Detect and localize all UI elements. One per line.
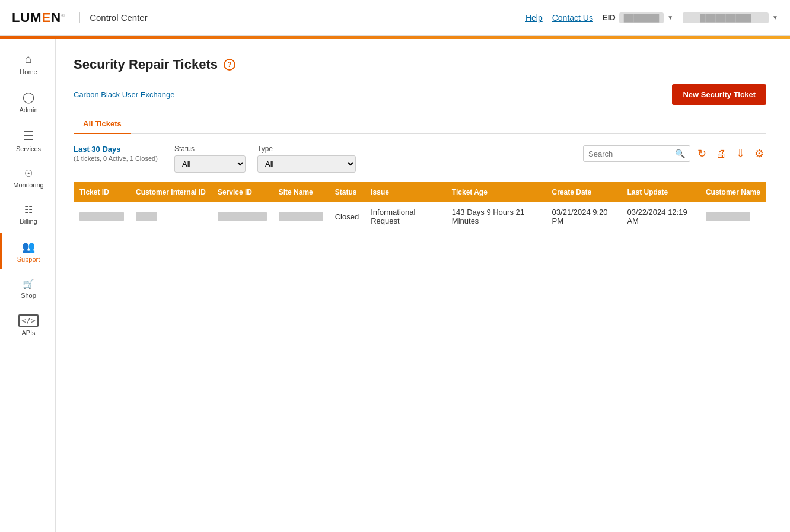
monitoring-icon: ☉ xyxy=(24,168,33,179)
col-service-id: Service ID xyxy=(212,182,273,202)
cell-last-update: 03/22/2024 12:19 AM xyxy=(621,202,699,231)
table-header: Ticket ID Customer Internal ID Service I… xyxy=(74,182,766,202)
table-body: █████ ██ ██████ █████ Closed Information… xyxy=(74,202,766,231)
top-nav-right: Help Contact Us EID ███████ ▼ ██████████… xyxy=(525,12,778,23)
cell-ticket-id: █████ xyxy=(74,202,130,231)
sidebar-item-support[interactable]: 👥 Support xyxy=(0,233,55,269)
account-value: ██████████ xyxy=(683,12,769,23)
logo-area: LUMEN​® Control Center xyxy=(12,10,148,26)
new-security-ticket-button[interactable]: New Security Ticket xyxy=(672,84,766,105)
filter-period-label[interactable]: Last 30 Days xyxy=(74,145,163,154)
sidebar-item-admin[interactable]: ◯ Admin xyxy=(0,84,55,119)
filter-type-group: Type All Informational Request Incident xyxy=(257,145,356,173)
table-row[interactable]: █████ ██ ██████ █████ Closed Information… xyxy=(74,202,766,231)
col-site-name: Site Name xyxy=(273,182,329,202)
col-last-update: Last Update xyxy=(621,182,699,202)
tab-all-tickets[interactable]: All Tickets xyxy=(74,114,131,134)
layout: ⌂ Home ◯ Admin ☰ Services ☉ Monitoring ☷… xyxy=(0,39,790,532)
sidebar-item-apis[interactable]: </> APIs xyxy=(0,307,55,342)
sidebar: ⌂ Home ◯ Admin ☰ Services ☉ Monitoring ☷… xyxy=(0,39,56,532)
status-filter-label: Status xyxy=(174,145,246,153)
col-ticket-id: Ticket ID xyxy=(74,182,130,202)
cell-site-name: █████ xyxy=(273,202,329,231)
tabs: All Tickets xyxy=(74,114,766,134)
eid-block: EID ███████ ▼ xyxy=(603,12,673,23)
breadcrumb-link[interactable]: Carbon Black User Exchange xyxy=(74,90,175,99)
tickets-table: Ticket ID Customer Internal ID Service I… xyxy=(74,182,766,231)
sidebar-label-admin: Admin xyxy=(19,106,37,113)
sidebar-item-home[interactable]: ⌂ Home xyxy=(0,45,55,81)
print-icon[interactable]: 🖨 xyxy=(713,145,729,163)
billing-icon: ☷ xyxy=(24,204,33,215)
sidebar-label-billing: Billing xyxy=(20,218,37,225)
account-dropdown-arrow[interactable]: ▼ xyxy=(772,14,778,21)
sidebar-item-monitoring[interactable]: ☉ Monitoring xyxy=(0,161,55,195)
help-icon[interactable]: ? xyxy=(224,59,235,71)
account-block: ██████████ ▼ xyxy=(683,12,778,23)
support-icon: 👥 xyxy=(22,240,35,253)
page-title: Security Repair Tickets xyxy=(74,57,218,72)
col-customer-internal-id: Customer Internal ID xyxy=(130,182,212,202)
search-icon: 🔍 xyxy=(675,149,685,158)
cell-issue: Informational Request xyxy=(365,202,446,231)
table-header-row: Ticket ID Customer Internal ID Service I… xyxy=(74,182,766,202)
sidebar-item-shop[interactable]: 🛒 Shop xyxy=(0,271,55,305)
cell-service-id: ██████ xyxy=(212,202,273,231)
shop-icon: 🛒 xyxy=(23,278,34,289)
col-ticket-age: Ticket Age xyxy=(446,182,546,202)
sidebar-label-support: Support xyxy=(17,256,40,263)
filter-right: 🔍 ↻ 🖨 ⇓ ⚙ xyxy=(583,145,766,163)
col-create-date: Create Date xyxy=(546,182,622,202)
sidebar-label-services: Services xyxy=(16,145,41,152)
eid-value: ███████ xyxy=(619,12,664,23)
eid-label: EID xyxy=(603,13,616,22)
cell-create-date: 03/21/2024 9:20 PM xyxy=(546,202,622,231)
col-issue: Issue xyxy=(365,182,446,202)
filter-period-subtext: (1 tickets, 0 Active, 1 Closed) xyxy=(74,155,163,162)
type-filter-label: Type xyxy=(257,145,356,153)
filter-period-block: Last 30 Days (1 tickets, 0 Active, 1 Clo… xyxy=(74,145,163,162)
logo: LUMEN​® xyxy=(12,10,65,26)
breadcrumb-row: Carbon Black User Exchange New Security … xyxy=(74,84,766,105)
sidebar-label-monitoring: Monitoring xyxy=(13,181,43,189)
search-input[interactable] xyxy=(588,149,671,158)
refresh-icon[interactable]: ↻ xyxy=(695,145,709,163)
cell-status: Closed xyxy=(329,202,365,231)
home-icon: ⌂ xyxy=(25,52,32,66)
status-filter-select[interactable]: All Open Closed Active xyxy=(174,155,246,173)
sidebar-item-services[interactable]: ☰ Services xyxy=(0,122,55,158)
type-filter-select[interactable]: All Informational Request Incident xyxy=(257,155,356,173)
sidebar-label-shop: Shop xyxy=(21,292,36,299)
apis-icon: </> xyxy=(18,314,38,327)
download-icon[interactable]: ⇓ xyxy=(734,145,747,163)
main-content: Security Repair Tickets ? Carbon Black U… xyxy=(56,39,790,532)
page-title-row: Security Repair Tickets ? xyxy=(74,57,766,72)
eid-dropdown-arrow[interactable]: ▼ xyxy=(667,14,673,21)
settings-icon[interactable]: ⚙ xyxy=(752,145,766,163)
sidebar-label-home: Home xyxy=(20,68,37,75)
sidebar-label-apis: APIs xyxy=(21,329,35,336)
contact-us-link[interactable]: Contact Us xyxy=(552,13,593,23)
cell-ticket-age: 143 Days 9 Hours 21 Minutes xyxy=(446,202,546,231)
col-customer-name: Customer Name xyxy=(700,182,766,202)
cell-customer-internal-id: ██ xyxy=(130,202,212,231)
top-nav: LUMEN​® Control Center Help Contact Us E… xyxy=(0,0,790,36)
sidebar-item-billing[interactable]: ☷ Billing xyxy=(0,197,55,231)
col-status: Status xyxy=(329,182,365,202)
filter-status-group: Status All Open Closed Active xyxy=(174,145,246,173)
services-icon: ☰ xyxy=(23,129,34,143)
help-link[interactable]: Help xyxy=(525,13,543,23)
search-box: 🔍 xyxy=(583,145,690,162)
app-title: Control Center xyxy=(79,12,148,23)
cell-customer-name: █████ xyxy=(700,202,766,231)
admin-icon: ◯ xyxy=(23,91,34,104)
filter-row: Last 30 Days (1 tickets, 0 Active, 1 Clo… xyxy=(74,145,766,173)
